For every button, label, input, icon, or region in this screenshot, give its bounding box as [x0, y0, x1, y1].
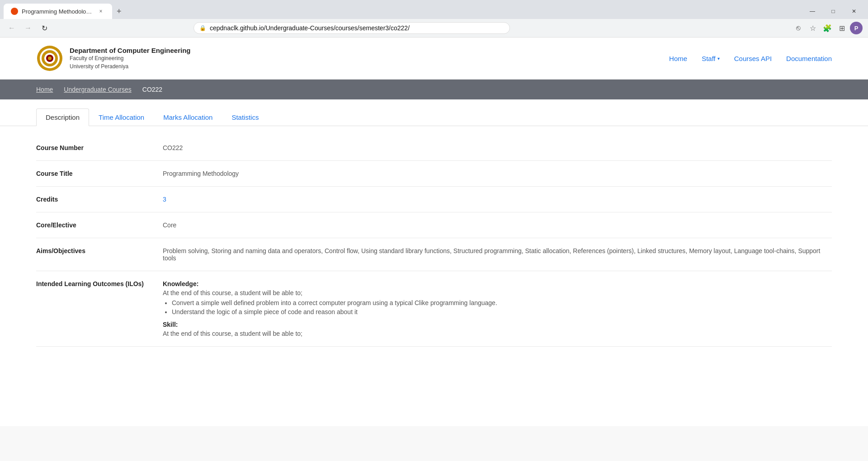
breadcrumb-bar: Home Undergraduate Courses CO222: [0, 80, 868, 99]
nav-courses-api[interactable]: Courses API: [734, 55, 772, 62]
grid-button[interactable]: ⊞: [835, 22, 848, 34]
nav-documentation[interactable]: Documentation: [786, 55, 832, 62]
ilo-knowledge-title: Knowledge:: [163, 280, 497, 287]
maximize-button[interactable]: □: [823, 4, 844, 19]
nav-staff-label: Staff: [702, 55, 716, 62]
logo-area: Department of Computer Engineering Facul…: [36, 45, 191, 72]
course-number-row: Course Number CO222: [36, 135, 832, 161]
credits-value: 3: [163, 196, 832, 203]
tab-favicon: [11, 8, 18, 15]
course-title-value: Programming Methodology: [163, 170, 832, 177]
profile-button[interactable]: P: [850, 22, 863, 34]
address-box[interactable]: 🔒 cepdnaclk.github.io/Undergraduate-Cour…: [193, 22, 510, 34]
ilo-skill-title: Skill:: [163, 321, 497, 328]
ilo-skill-intro: At the end of this course, a student wil…: [163, 330, 497, 337]
ilo-label: Intended Learning Outcomes (ILOs): [36, 280, 163, 287]
dept-sub1: Faculty of Engineering: [70, 54, 191, 62]
ilo-section: Knowledge: At the end of this course, a …: [163, 280, 497, 337]
tabs-row: Description Time Allocation Marks Alloca…: [0, 108, 868, 126]
close-button[interactable]: ✕: [844, 4, 864, 19]
browser-tab[interactable]: Programming Methodology | un ×: [4, 4, 112, 19]
nav-home[interactable]: Home: [669, 55, 687, 62]
tab-description[interactable]: Description: [36, 108, 89, 126]
back-button[interactable]: ←: [5, 22, 18, 34]
ilo-knowledge-intro: At the end of this course, a student wil…: [163, 289, 497, 296]
page-wrapper: Department of Computer Engineering Facul…: [0, 38, 868, 426]
course-number-value: CO222: [163, 144, 832, 151]
dept-info: Department of Computer Engineering Facul…: [70, 47, 191, 71]
ilo-row: Intended Learning Outcomes (ILOs) Knowle…: [36, 271, 832, 347]
course-number-label: Course Number: [36, 144, 163, 151]
tab-time-allocation[interactable]: Time Allocation: [89, 108, 154, 126]
browser-chrome: Programming Methodology | un × + — □ ✕ ←…: [0, 0, 868, 38]
tab-close-button[interactable]: ×: [97, 7, 105, 15]
ilo-bullet-2: Understand the logic of a simple piece o…: [172, 308, 497, 315]
address-bar-row: ← → ↻ 🔒 cepdnaclk.github.io/Undergraduat…: [0, 19, 868, 37]
site-nav: Home Staff ▾ Courses API Documentation: [669, 55, 832, 62]
breadcrumb-undergraduate[interactable]: Undergraduate Courses: [64, 86, 131, 93]
share-button[interactable]: ⎋: [792, 22, 805, 34]
core-elective-row: Core/Elective Core: [36, 212, 832, 238]
core-elective-value: Core: [163, 221, 832, 229]
tab-marks-allocation[interactable]: Marks Allocation: [154, 108, 222, 126]
aims-row: Aims/Objectives Problem solving, Storing…: [36, 238, 832, 271]
university-logo: [36, 45, 63, 72]
ilo-bullet-1: Convert a simple well defined problem in…: [172, 299, 497, 306]
tab-label: Programming Methodology | un: [22, 8, 93, 15]
dept-sub2: University of Peradeniya: [70, 62, 191, 71]
core-elective-label: Core/Elective: [36, 221, 163, 229]
breadcrumb-current: CO222: [142, 86, 162, 93]
course-title-label: Course Title: [36, 170, 163, 177]
bookmark-button[interactable]: ☆: [807, 22, 819, 34]
credits-label: Credits: [36, 196, 163, 203]
tab-statistics[interactable]: Statistics: [222, 108, 268, 126]
credits-row: Credits 3: [36, 187, 832, 212]
aims-label: Aims/Objectives: [36, 247, 163, 254]
nav-staff-dropdown[interactable]: Staff ▾: [702, 55, 720, 62]
svg-point-5: [48, 56, 52, 60]
breadcrumb-home[interactable]: Home: [36, 86, 53, 93]
address-text: cepdnaclk.github.io/Undergraduate-Course…: [210, 24, 504, 32]
forward-button[interactable]: →: [22, 22, 34, 34]
course-title-row: Course Title Programming Methodology: [36, 161, 832, 187]
browser-actions: ⎋ ☆ 🧩 ⊞ P: [792, 22, 863, 34]
new-tab-button[interactable]: +: [112, 4, 126, 19]
site-header: Department of Computer Engineering Facul…: [0, 38, 868, 80]
aims-value: Problem solving, Storing and naming data…: [163, 247, 832, 262]
course-details: Course Number CO222 Course Title Program…: [0, 126, 868, 356]
extension-button[interactable]: 🧩: [821, 22, 834, 34]
reload-button[interactable]: ↻: [38, 22, 51, 34]
dept-name: Department of Computer Engineering: [70, 47, 191, 54]
chevron-down-icon: ▾: [717, 56, 720, 61]
lock-icon: 🔒: [199, 25, 206, 31]
minimize-button[interactable]: —: [802, 4, 823, 19]
ilo-knowledge-list: Convert a simple well defined problem in…: [163, 299, 497, 315]
